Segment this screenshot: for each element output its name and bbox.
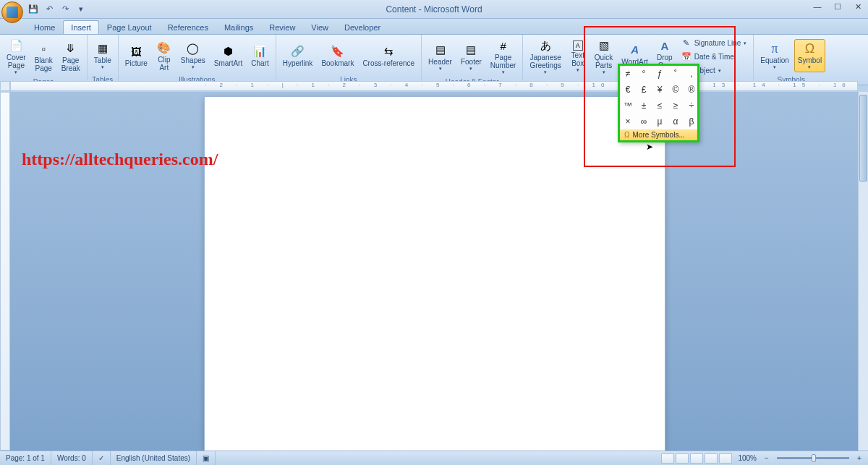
redo-icon[interactable]: ↷ <box>59 4 71 15</box>
tab-page-layout[interactable]: Page Layout <box>99 20 160 34</box>
vertical-ruler[interactable] <box>0 92 10 451</box>
signature-line-button[interactable]: ✎Signature Line▾ <box>678 37 751 50</box>
status-page[interactable]: Page: 1 of 1 <box>0 451 51 465</box>
view-full-screen-button[interactable] <box>676 453 689 464</box>
symbol-cell[interactable]: ˚ <box>668 66 684 82</box>
quick-parts-icon: ▧ <box>597 38 611 53</box>
status-bar: Page: 1 of 1 Words: 0 ✓ English (United … <box>0 451 868 465</box>
tab-view[interactable]: View <box>303 20 336 34</box>
horizontal-ruler[interactable]: · 2 · 1 · | · 1 · 2 · 3 · 4 · 5 · 6 · 7 … <box>10 81 858 91</box>
view-web-button[interactable] <box>690 453 703 464</box>
hyperlink-button[interactable]: 🔗Hyperlink <box>279 42 317 69</box>
clip-art-button[interactable]: 🎨Clip Art <box>153 38 176 74</box>
status-macro-icon[interactable]: ▣ <box>197 451 216 465</box>
scroll-thumb[interactable] <box>859 95 867 182</box>
symbol-cell[interactable]: ÷ <box>684 98 699 114</box>
footer-button[interactable]: ▤Footer▾ <box>457 40 485 74</box>
symbol-cell[interactable]: α <box>668 114 684 129</box>
wordart-icon: A <box>628 43 642 57</box>
symbol-button[interactable]: ΩSymbol▾ <box>794 39 825 72</box>
view-draft-button[interactable] <box>719 453 732 464</box>
close-button[interactable]: ✕ <box>848 0 868 13</box>
zoom-out-button[interactable]: − <box>762 454 771 462</box>
symbol-cell[interactable]: ≠ <box>620 66 636 82</box>
symbol-cell[interactable]: © <box>668 82 684 98</box>
omega-icon: Ω <box>624 131 629 139</box>
symbol-cell[interactable]: μ <box>652 114 668 129</box>
symbol-cell[interactable]: × <box>620 114 636 129</box>
shapes-button[interactable]: ◯Shapes▾ <box>177 39 209 72</box>
status-words[interactable]: Words: 0 <box>51 451 93 465</box>
more-symbols-button[interactable]: Ω More Symbols... <box>620 129 697 140</box>
save-icon[interactable]: 💾 <box>27 4 39 15</box>
document-area[interactable] <box>10 92 858 451</box>
date-time-icon: 📅 <box>681 52 692 62</box>
watermark-text: https://alltechqueries.com/ <box>22 150 218 169</box>
tab-references[interactable]: References <box>160 20 216 34</box>
blank-page-button[interactable]: ▫Blank Page <box>31 39 56 74</box>
symbol-cell[interactable]: ± <box>636 98 652 114</box>
office-button[interactable] <box>1 1 23 23</box>
japanese-greetings-button[interactable]: あJapanese Greetings▾ <box>526 36 564 77</box>
symbol-grid: ≠°ƒ˚,€£¥©®™±≤≥÷×∞μαβ <box>620 66 697 129</box>
ruler-toggle[interactable] <box>0 81 10 91</box>
tab-home[interactable]: Home <box>26 20 63 34</box>
qat-dropdown-icon[interactable]: ▾ <box>75 4 87 15</box>
page-break-button[interactable]: ⤋Page Break <box>58 39 84 74</box>
status-language[interactable]: English (United States) <box>111 451 197 465</box>
date-time-button[interactable]: 📅Date & Time <box>678 51 751 64</box>
zoom-slider[interactable] <box>777 457 849 459</box>
cross-reference-button[interactable]: ⇆Cross-reference <box>359 42 418 69</box>
hyperlink-icon: 🔗 <box>291 44 305 59</box>
group-pages: 📄Cover Page▾ ▫Blank Page ⤋Page Break Pag… <box>0 35 88 85</box>
symbol-cell[interactable]: ® <box>684 82 699 98</box>
picture-button[interactable]: 🖼Picture <box>122 42 151 69</box>
symbol-cell[interactable]: ¥ <box>652 82 668 98</box>
maximize-button[interactable]: ☐ <box>827 0 848 13</box>
chart-button[interactable]: 📊Chart <box>247 42 272 69</box>
status-proofing-icon[interactable]: ✓ <box>93 451 111 465</box>
view-outline-button[interactable] <box>705 453 718 464</box>
symbol-cell[interactable]: ™ <box>620 98 636 114</box>
japanese-greetings-icon: あ <box>538 38 553 53</box>
symbol-cell[interactable]: β <box>684 114 699 129</box>
cover-page-button[interactable]: 📄Cover Page▾ <box>3 36 30 77</box>
tab-insert[interactable]: Insert <box>63 20 99 34</box>
symbol-cell[interactable]: ƒ <box>652 66 668 82</box>
minimize-button[interactable]: — <box>807 0 827 13</box>
title-bar: 💾 ↶ ↷ ▾ Content - Microsoft Word — ☐ ✕ <box>0 0 868 19</box>
symbol-cell[interactable]: , <box>684 66 699 82</box>
equation-icon: π <box>767 41 782 56</box>
group-symbols: πEquation▾ ΩSymbol▾ Symbols <box>754 35 828 85</box>
signature-icon: ✎ <box>681 38 692 48</box>
group-tables: ▦Table▾ Tables <box>88 35 119 85</box>
header-button[interactable]: ▤Header▾ <box>425 40 456 74</box>
smartart-icon: ⬢ <box>221 44 236 59</box>
quick-parts-button[interactable]: ▧Quick Parts▾ <box>591 36 617 77</box>
bookmark-button[interactable]: 🔖Bookmark <box>318 42 357 69</box>
chart-icon: 📊 <box>252 44 267 59</box>
symbol-icon: Ω <box>802 41 817 56</box>
smartart-button[interactable]: ⬢SmartArt <box>210 42 246 69</box>
equation-button[interactable]: πEquation▾ <box>757 39 792 72</box>
symbol-cell[interactable]: ≤ <box>652 98 668 114</box>
symbol-cell[interactable]: ° <box>636 66 652 82</box>
tab-mailings[interactable]: Mailings <box>216 20 261 34</box>
tab-review[interactable]: Review <box>261 20 303 34</box>
symbol-cell[interactable]: € <box>620 82 636 98</box>
zoom-thumb[interactable] <box>812 454 816 462</box>
table-button[interactable]: ▦Table▾ <box>90 39 115 72</box>
zoom-in-button[interactable]: + <box>855 454 864 462</box>
page[interactable] <box>204 96 665 451</box>
group-links: 🔗Hyperlink 🔖Bookmark ⇆Cross-reference Li… <box>276 35 422 85</box>
zoom-label[interactable]: 100% <box>733 454 761 462</box>
vertical-scrollbar[interactable] <box>858 92 868 451</box>
page-number-button[interactable]: #Page Number▾ <box>487 36 520 77</box>
symbol-cell[interactable]: £ <box>636 82 652 98</box>
symbol-cell[interactable]: ≥ <box>668 98 684 114</box>
undo-icon[interactable]: ↶ <box>43 4 55 15</box>
view-print-layout-button[interactable] <box>661 453 674 464</box>
tab-developer[interactable]: Developer <box>336 20 388 34</box>
text-box-button[interactable]: AText Box▾ <box>566 38 590 75</box>
symbol-cell[interactable]: ∞ <box>636 114 652 129</box>
